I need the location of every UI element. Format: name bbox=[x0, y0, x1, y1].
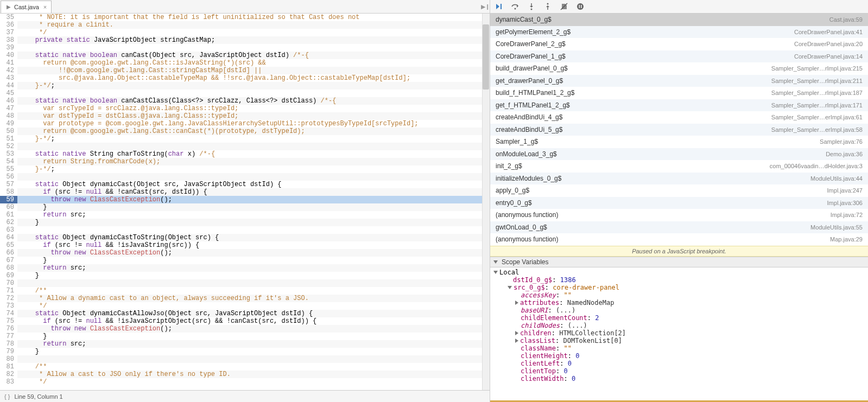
code-line[interactable] bbox=[17, 226, 490, 234]
stack-frame[interactable]: initializeModules_0_g$ModuleUtils.java:4… bbox=[490, 173, 868, 185]
gutter-line[interactable]: 81 bbox=[0, 363, 17, 371]
gutter-line[interactable]: 41 bbox=[0, 59, 17, 67]
gutter-line[interactable]: 68 bbox=[0, 264, 17, 272]
stack-frame[interactable]: CoreDrawerPanel_1_g$CoreDrawerPanel.java… bbox=[490, 50, 868, 63]
code-line[interactable]: }-*/; bbox=[17, 135, 490, 143]
gutter-line[interactable]: 72 bbox=[0, 295, 17, 302]
code-line[interactable] bbox=[17, 173, 490, 181]
gutter-line[interactable]: 49 bbox=[0, 120, 17, 127]
gutter-line[interactable]: 42 bbox=[0, 67, 17, 74]
code-line[interactable]: if (src != null && !isJavaScriptObject(s… bbox=[17, 317, 490, 325]
stack-frame[interactable]: CoreDrawerPanel_2_g$CoreDrawerPanel.java… bbox=[490, 38, 868, 50]
code-line[interactable]: } bbox=[17, 257, 490, 264]
gutter-line[interactable]: 53 bbox=[0, 150, 17, 158]
step-over-icon[interactable] bbox=[511, 2, 519, 11]
stack-frame[interactable]: getPolymerElement_2_g$CoreDrawerPanel.ja… bbox=[490, 26, 868, 39]
code-line[interactable] bbox=[17, 90, 490, 97]
editor-body[interactable]: 3536373839404142434445464748495051525354… bbox=[0, 14, 490, 390]
code-line[interactable]: return src; bbox=[17, 340, 490, 348]
code-line[interactable]: * Allow a cast to JSO only if there's no… bbox=[17, 371, 490, 378]
gutter-line[interactable]: 40 bbox=[0, 52, 17, 59]
gutter-line[interactable]: 82 bbox=[0, 371, 17, 378]
stack-frame[interactable]: init_2_g$com_00046vaadin…dHolder.java:3 bbox=[490, 160, 868, 173]
stack-frame[interactable]: apply_0_g$Impl.java:247 bbox=[490, 184, 868, 197]
code-line[interactable]: } bbox=[17, 203, 490, 211]
gutter-line[interactable]: 43 bbox=[0, 74, 17, 82]
gutter-line[interactable]: 74 bbox=[0, 310, 17, 317]
gutter-line[interactable]: 55 bbox=[0, 165, 17, 173]
stack-frame[interactable]: dynamicCast_0_g$Cast.java:59 bbox=[490, 14, 868, 26]
code-line[interactable]: static Object dynamicCastAllowJso(Object… bbox=[17, 310, 490, 317]
gutter-line[interactable]: 71 bbox=[0, 287, 17, 295]
pause-bars-icon[interactable]: || bbox=[486, 3, 487, 10]
code-line[interactable]: return src; bbox=[17, 264, 490, 272]
code-line[interactable]: var srcTypeId = srcClazz.@java.lang.Clas… bbox=[17, 105, 490, 112]
stack-frame[interactable]: createAndBindUi_4_g$Sampler_Sampler…erIm… bbox=[490, 111, 868, 124]
code-line[interactable]: } bbox=[17, 348, 490, 355]
stack-frame[interactable]: entry0_0_g$Impl.java:306 bbox=[490, 197, 868, 209]
stack-frame[interactable]: get_drawerPanel_0_g$Sampler_Sampler…rImp… bbox=[490, 75, 868, 87]
tree-row[interactable]: classList: DOMTokenList[0] bbox=[493, 337, 868, 344]
gutter-line[interactable]: 35 bbox=[0, 14, 17, 21]
code-line[interactable]: */ bbox=[17, 29, 490, 36]
gutter-line[interactable]: 77 bbox=[0, 333, 17, 340]
stack-frame[interactable]: gwtOnLoad_0_g$ModuleUtils.java:55 bbox=[490, 221, 868, 234]
code-line[interactable]: */ bbox=[17, 378, 490, 386]
code-line[interactable]: throw new ClassCastException(); bbox=[17, 249, 490, 257]
code-line[interactable]: } bbox=[17, 333, 490, 340]
code-line[interactable]: return @com.google.gwt.lang.Cast::canCas… bbox=[17, 127, 490, 135]
tree-row[interactable]: dstId_0_g$: 1386 bbox=[493, 276, 868, 284]
gutter-line[interactable]: 75 bbox=[0, 317, 17, 325]
code-area[interactable]: * NOTE: it is important that the field i… bbox=[17, 14, 490, 390]
gutter-line[interactable]: 63 bbox=[0, 226, 17, 234]
scope-variables-header[interactable]: Scope Variables bbox=[490, 257, 868, 267]
stack-frame[interactable]: build_drawerPanel_0_g$Sampler_Sampler…rI… bbox=[490, 62, 868, 75]
stack-frame[interactable]: onModuleLoad_3_g$Demo.java:36 bbox=[490, 148, 868, 161]
tree-row[interactable]: accessKey: "" bbox=[493, 291, 868, 299]
gutter-line[interactable]: 52 bbox=[0, 143, 17, 150]
scrollbar-track[interactable] bbox=[482, 14, 490, 390]
code-line[interactable]: }-*/; bbox=[17, 165, 490, 173]
code-line[interactable]: /** bbox=[17, 363, 490, 371]
gutter-line[interactable]: 57 bbox=[0, 181, 17, 188]
code-line[interactable]: /** bbox=[17, 287, 490, 295]
gutter-line[interactable]: 61 bbox=[0, 211, 17, 219]
gutter-line[interactable]: 79 bbox=[0, 348, 17, 355]
gutter-line[interactable]: 65 bbox=[0, 241, 17, 249]
stack-frame[interactable]: (anonymous function)Map.java:29 bbox=[490, 233, 868, 246]
gutter-line[interactable]: 66 bbox=[0, 249, 17, 257]
tree-row[interactable]: childNodes: (...) bbox=[493, 322, 868, 329]
gutter-line[interactable]: 46 bbox=[0, 97, 17, 105]
stack-frame[interactable]: (anonymous function)Impl.java:72 bbox=[490, 209, 868, 221]
gutter-line[interactable]: 37 bbox=[0, 29, 17, 36]
gutter-line[interactable]: 76 bbox=[0, 325, 17, 333]
gutter-line[interactable]: 73 bbox=[0, 302, 17, 310]
close-icon[interactable]: × bbox=[43, 4, 47, 10]
code-line[interactable]: throw new ClassCastException(); bbox=[17, 196, 490, 203]
tree-local-header[interactable]: Local bbox=[493, 269, 868, 276]
code-line[interactable]: return String.fromCharCode(x); bbox=[17, 158, 490, 165]
gutter-line[interactable]: 62 bbox=[0, 219, 17, 226]
gutter-line[interactable]: 48 bbox=[0, 112, 17, 120]
deactivate-breakpoints-icon[interactable] bbox=[560, 2, 568, 11]
code-line[interactable]: private static JavaScriptObject stringCa… bbox=[17, 36, 490, 44]
tree-row[interactable]: clientTop: 0 bbox=[493, 367, 868, 375]
gutter-line[interactable]: 39 bbox=[0, 44, 17, 52]
stack-frame[interactable]: createAndBindUi_5_g$Sampler_Sampler…erIm… bbox=[490, 124, 868, 136]
tree-row[interactable]: clientWidth: 0 bbox=[493, 375, 868, 382]
gutter-line[interactable]: 54 bbox=[0, 158, 17, 165]
code-line[interactable]: static native String charToString(char x… bbox=[17, 150, 490, 158]
code-line[interactable] bbox=[17, 279, 490, 287]
code-line[interactable]: src.@java.lang.Object::castableTypeMap &… bbox=[17, 74, 490, 82]
stack-frame[interactable]: get_f_HTMLPanel1_2_g$Sampler_Sampler…rIm… bbox=[490, 99, 868, 112]
gutter-line[interactable]: 50 bbox=[0, 127, 17, 135]
code-line[interactable]: return @com.google.gwt.lang.Cast::isJava… bbox=[17, 59, 490, 67]
resume-icon[interactable] bbox=[495, 2, 503, 11]
gutter-line[interactable]: 70 bbox=[0, 279, 17, 287]
code-line[interactable]: * NOTE: it is important that the field i… bbox=[17, 14, 490, 21]
code-line[interactable]: var prototype = @com.google.gwt.lang.Jav… bbox=[17, 120, 490, 127]
gutter-line[interactable]: 47 bbox=[0, 105, 17, 112]
stack-frame[interactable]: Sampler_1_g$Sampler.java:76 bbox=[490, 136, 868, 148]
gutter-line[interactable]: 51 bbox=[0, 135, 17, 143]
code-line[interactable]: static Object dynamicCast(Object src, Ja… bbox=[17, 181, 490, 188]
